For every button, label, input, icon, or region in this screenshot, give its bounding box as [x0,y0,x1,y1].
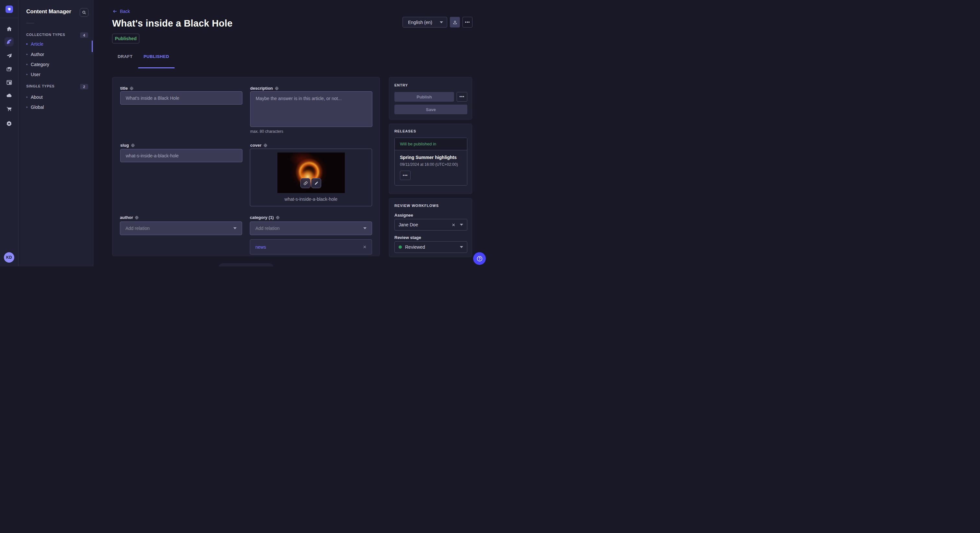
bullet-icon [26,43,27,45]
release-date: 09/11/2024 at 16:00 (UTC+02:00) [400,162,462,167]
ellipsis-icon: ••• [465,21,470,24]
marketplace-icon[interactable] [5,104,14,113]
entry-panel-title: ENTRY [395,83,408,87]
active-tab-underline [138,67,175,68]
release-card-header: Will be published in [395,138,467,150]
status-badge: Published [112,34,139,43]
sidebar-item-user[interactable]: User [26,70,88,79]
ellipsis-icon: ••• [460,95,465,99]
bullet-icon [26,74,27,75]
download-icon [453,20,457,25]
cover-media-card: what-s-inside-a-black-hole [250,149,372,206]
description-textarea[interactable]: Maybe the answer is in this article, or … [250,91,372,127]
entry-panel: ENTRY Publish ••• Save [389,77,472,119]
sidebar-item-author[interactable]: Author [26,50,88,59]
strapi-logo-icon [7,7,12,12]
version-tabs: DRAFT PUBLISHED [112,51,175,62]
review-stage-combobox[interactable]: Reviewed [395,241,467,253]
slug-input[interactable]: what-s-inside-a-black-hole [120,149,242,162]
chevron-down-icon [460,224,463,226]
settings-gear-icon[interactable] [5,119,14,128]
category-relation-item: news [250,239,372,254]
author-field-label: author [120,215,139,220]
tab-published[interactable]: PUBLISHED [138,51,175,62]
assignee-combobox[interactable]: Jane Doe [395,219,467,230]
save-button[interactable]: Save [395,105,467,114]
cover-field-label: cover [250,143,267,148]
bullet-icon [26,97,27,98]
sidebar-item-category[interactable]: Category [26,60,88,69]
slug-field-label: slug [120,143,135,148]
title-field-label: title [120,86,134,90]
strapi-admin-app: KD Content Manager COLLECTION TYPES 4 Ar… [0,0,490,266]
copy-link-button[interactable] [301,178,310,188]
locale-select[interactable]: English (en) [402,17,447,27]
chevron-down-icon [440,21,443,23]
releases-icon[interactable] [5,51,14,60]
single-types-count: 2 [80,84,88,89]
cloud-icon[interactable] [5,91,14,100]
media-library-icon[interactable] [5,65,14,73]
single-types-label: SINGLE TYPES [26,84,54,88]
tab-draft[interactable]: DRAFT [112,51,138,62]
release-card-body: Spring Summer highlights 09/11/2024 at 1… [395,150,467,185]
globe-icon [130,86,134,90]
description-helper: max. 80 characters [250,129,283,134]
strapi-logo[interactable] [5,5,13,13]
header-more-button[interactable]: ••• [463,17,473,27]
globe-icon [264,143,267,148]
logo-cell [0,0,18,18]
help-button[interactable] [473,252,486,265]
release-more-button[interactable]: ••• [400,171,410,180]
remove-relation-icon[interactable] [363,245,366,249]
bullet-icon [26,64,27,65]
edit-media-button[interactable] [311,178,321,188]
chevron-down-icon [233,227,237,229]
cover-filename: what-s-inside-a-black-hole [250,197,372,202]
clear-assignee-icon[interactable] [452,223,455,227]
header-actions: English (en) ••• [402,17,473,27]
collection-types-label: COLLECTION TYPES [26,33,65,36]
assignee-label: Assignee [395,213,413,217]
search-icon [82,10,86,14]
user-avatar[interactable]: KD [4,252,14,263]
collection-types-count: 4 [80,32,88,38]
globe-icon [131,143,135,148]
ellipsis-icon: ••• [403,174,408,178]
sidebar-item-about[interactable]: About [26,93,88,102]
page-title: What's inside a Black Hole [112,18,232,29]
pencil-icon [314,181,318,186]
relation-link-news[interactable]: news [255,244,266,250]
content-manager-icon[interactable] [5,37,14,46]
releases-panel-title: RELEASES [395,129,416,133]
entry-more-button[interactable]: ••• [457,92,467,102]
release-name[interactable]: Spring Summer highlights [400,155,462,160]
chevron-down-icon [460,246,463,248]
chevron-down-icon [363,227,366,229]
title-input[interactable]: What's inside a Black Hole [120,91,242,105]
subnav-divider [26,23,34,23]
author-relation-select[interactable]: Add relation [120,222,242,235]
subnav-scroll-indicator[interactable] [92,40,93,52]
review-workflows-panel: REVIEW WORKFLOWS Assignee Jane Doe Revie… [389,198,472,257]
description-field-label: description [250,86,279,90]
globe-icon [276,216,280,219]
bullet-icon [26,106,27,108]
sidebar-item-article[interactable]: Article [26,40,88,48]
cover-actions [301,178,321,188]
back-link[interactable]: Back [112,9,130,14]
release-card: Will be published in Spring Summer highl… [395,138,467,186]
sidebar-item-global[interactable]: Global [26,103,88,111]
publish-button[interactable]: Publish [395,92,454,102]
releases-panel: RELEASES Will be published in Spring Sum… [389,124,472,194]
category-relation-select[interactable]: Add relation [250,222,372,235]
content-type-builder-icon[interactable] [5,78,14,87]
review-workflows-title: REVIEW WORKFLOWS [395,204,439,208]
collapsed-panel-peek [218,263,274,266]
category-field-label: category (1) [250,215,280,220]
search-button[interactable] [80,8,89,17]
bullet-icon [26,54,27,55]
home-icon[interactable] [5,24,14,33]
export-button[interactable] [450,17,460,27]
globe-icon [275,86,279,90]
